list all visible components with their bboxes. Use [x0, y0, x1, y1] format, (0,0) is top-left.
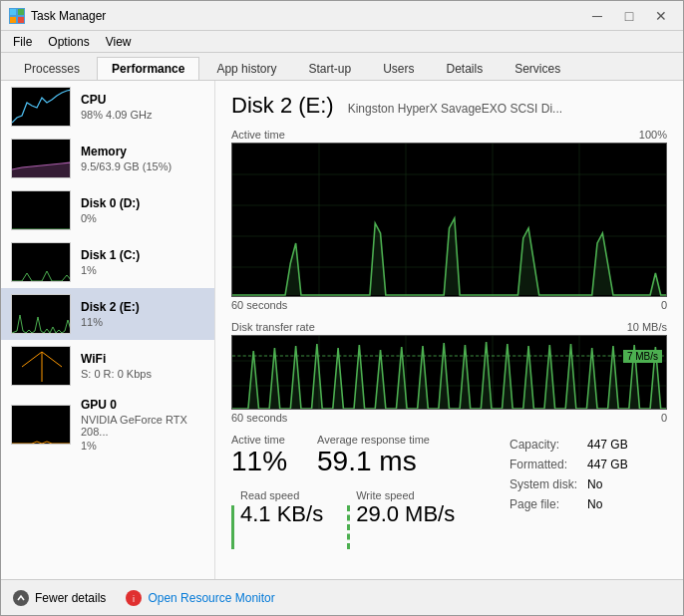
- cpu-name: CPU: [81, 93, 204, 107]
- disk2-info: Disk 2 (E:) 11%: [81, 300, 204, 328]
- tab-services[interactable]: Services: [500, 57, 575, 80]
- sidebar-item-disk1[interactable]: Disk 1 (C:) 1%: [1, 236, 214, 288]
- close-button[interactable]: ✕: [647, 6, 675, 26]
- sidebar-item-gpu0[interactable]: GPU 0 NVIDIA GeForce RTX 208... 1%: [1, 392, 214, 458]
- speed-stats: Read speed 4.1 KB/s Write speed 29.0 MB/…: [231, 489, 508, 549]
- chart1-label: Active time: [231, 129, 285, 141]
- left-stats: Active time 11% Average response time 59…: [231, 434, 508, 549]
- read-speed-stat: Read speed 4.1 KB/s: [231, 489, 323, 549]
- minimize-button[interactable]: ─: [583, 6, 611, 26]
- gpu0-thumbnail: [11, 405, 71, 445]
- svg-rect-9: [12, 295, 71, 334]
- disk1-value: 1%: [81, 264, 204, 276]
- menu-options[interactable]: Options: [40, 33, 97, 51]
- chart2-time: 60 seconds: [231, 412, 287, 424]
- menu-view[interactable]: View: [98, 33, 140, 51]
- tab-processes[interactable]: Processes: [9, 57, 95, 80]
- svg-rect-0: [10, 9, 16, 15]
- content-area: CPU 98% 4.09 GHz Memory 9.5/63.9 GB (15%…: [1, 81, 683, 579]
- disk0-info: Disk 0 (D:) 0%: [81, 196, 204, 224]
- active-time-stat: Active time 11%: [231, 434, 287, 477]
- svg-rect-1: [18, 9, 24, 15]
- transfer-rate-badge: 7 MB/s: [623, 350, 662, 363]
- tab-performance[interactable]: Performance: [97, 57, 199, 80]
- gpu0-name: GPU 0: [81, 398, 204, 412]
- memory-value: 9.5/63.9 GB (15%): [81, 160, 204, 172]
- tab-app-history[interactable]: App history: [201, 57, 291, 80]
- read-speed-info: Read speed 4.1 KB/s: [240, 489, 323, 527]
- stats-area: Active time 11% Average response time 59…: [231, 434, 667, 549]
- active-time-chart: [231, 143, 667, 297]
- write-speed-info: Write speed 29.0 MB/s: [356, 489, 455, 527]
- chart2-min: 0: [661, 412, 667, 424]
- cpu-info: CPU 98% 4.09 GHz: [81, 93, 204, 121]
- footer: Fewer details i Open Resource Monitor: [1, 579, 683, 615]
- svg-rect-8: [12, 243, 71, 282]
- chart2-label: Disk transfer rate: [231, 321, 315, 333]
- disk2-name: Disk 2 (E:): [81, 300, 204, 314]
- memory-name: Memory: [81, 145, 204, 158]
- memory-info: Memory 9.5/63.9 GB (15%): [81, 145, 204, 172]
- disk-transfer-chart: 7 MB/s: [231, 335, 667, 410]
- capacity-row: Capacity: 447 GB: [510, 436, 628, 454]
- open-resource-monitor-button[interactable]: i Open Resource Monitor: [126, 590, 274, 606]
- disk0-name: Disk 0 (D:): [81, 196, 204, 210]
- right-stats-table: Capacity: 447 GB Formatted: 447 GB Syste…: [508, 434, 630, 515]
- chart1-time: 60 seconds: [231, 299, 287, 311]
- svg-point-30: [15, 592, 27, 604]
- avg-response-label: Average response time: [317, 434, 430, 446]
- app-icon: [9, 8, 25, 24]
- chart1-min: 0: [661, 299, 667, 311]
- window-controls: ─ □ ✕: [583, 6, 675, 26]
- fewer-details-button[interactable]: Fewer details: [13, 590, 106, 606]
- menu-bar: File Options View: [1, 31, 683, 53]
- tab-start-up[interactable]: Start-up: [293, 57, 366, 80]
- maximize-button[interactable]: □: [615, 6, 643, 26]
- disk-subtitle: Kingston HyperX SavageEXO SCSI Di...: [348, 102, 562, 116]
- disk1-name: Disk 1 (C:): [81, 248, 204, 262]
- chart2-label-row: Disk transfer rate 10 MB/s: [231, 321, 667, 333]
- sidebar-item-disk2[interactable]: Disk 2 (E:) 11%: [1, 288, 214, 340]
- avg-response-stat: Average response time 59.1 ms: [317, 434, 430, 477]
- active-time-label: Active time: [231, 434, 287, 446]
- tab-bar: Processes Performance App history Start-…: [1, 53, 683, 81]
- cpu-value: 98% 4.09 GHz: [81, 109, 204, 121]
- svg-rect-7: [12, 191, 71, 230]
- resource-monitor-icon: i: [126, 590, 142, 606]
- right-stats: Capacity: 447 GB Formatted: 447 GB Syste…: [508, 434, 667, 549]
- menu-file[interactable]: File: [5, 33, 40, 51]
- sidebar-item-disk0[interactable]: Disk 0 (D:) 0%: [1, 184, 214, 236]
- disk0-thumbnail: [11, 190, 71, 230]
- disk-transfer-chart-section: Disk transfer rate 10 MB/s: [231, 321, 667, 424]
- main-header: Disk 2 (E:) Kingston HyperX SavageEXO SC…: [231, 93, 667, 119]
- gpu0-value: 1%: [81, 440, 204, 452]
- write-speed-value: 29.0 MB/s: [356, 501, 455, 527]
- sidebar-item-wifi[interactable]: WiFi S: 0 R: 0 Kbps: [1, 340, 214, 392]
- wifi-thumbnail: [11, 346, 71, 386]
- chart2-max: 10 MB/s: [627, 321, 667, 333]
- resource-monitor-label: Open Resource Monitor: [148, 591, 274, 605]
- gpu0-model: NVIDIA GeForce RTX 208...: [81, 414, 204, 438]
- tab-details[interactable]: Details: [431, 57, 498, 80]
- disk0-value: 0%: [81, 212, 204, 224]
- formatted-row: Formatted: 447 GB: [510, 456, 628, 473]
- fewer-details-label: Fewer details: [35, 591, 106, 605]
- capacity-label: Capacity:: [510, 436, 585, 454]
- sidebar: CPU 98% 4.09 GHz Memory 9.5/63.9 GB (15%…: [1, 81, 215, 579]
- cpu-thumbnail: [11, 87, 71, 127]
- chart2-time-row: 60 seconds 0: [231, 412, 667, 424]
- sidebar-item-cpu[interactable]: CPU 98% 4.09 GHz: [1, 81, 214, 133]
- wifi-info: WiFi S: 0 R: 0 Kbps: [81, 352, 204, 380]
- active-time-chart-section: Active time 100%: [231, 129, 667, 311]
- chart1-max: 100%: [639, 129, 667, 141]
- tab-users[interactable]: Users: [368, 57, 429, 80]
- svg-rect-2: [10, 17, 16, 23]
- sidebar-item-memory[interactable]: Memory 9.5/63.9 GB (15%): [1, 133, 214, 184]
- page-file-row: Page file: No: [510, 495, 628, 513]
- main-panel: Disk 2 (E:) Kingston HyperX SavageEXO SC…: [215, 81, 683, 579]
- read-speed-label: Read speed: [240, 489, 323, 501]
- capacity-value: 447 GB: [587, 436, 628, 454]
- formatted-label: Formatted:: [510, 456, 585, 473]
- title-bar: Task Manager ─ □ ✕: [1, 1, 683, 31]
- fewer-details-icon: [13, 590, 29, 606]
